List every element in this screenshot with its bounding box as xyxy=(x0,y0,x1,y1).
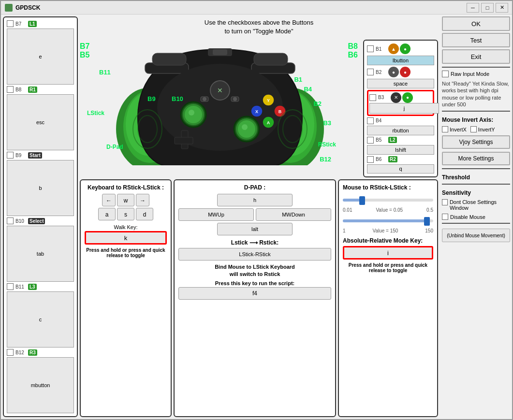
b12-checkbox[interactable] xyxy=(7,349,14,356)
keyboard-panel-title: Keyboard to RStick-LStick : xyxy=(85,184,167,191)
b10-key-input[interactable] xyxy=(7,226,74,282)
invert-y-checkbox[interactable] xyxy=(470,126,477,132)
sensitivity-title: Sensitivity xyxy=(442,189,510,196)
key-w[interactable]: w xyxy=(117,194,134,206)
svg-rect-11 xyxy=(213,49,227,55)
walk-key-section: Walk Key: xyxy=(85,224,167,245)
more-settings-button[interactable]: More Settings xyxy=(442,152,510,165)
b10-row: B10 Select xyxy=(7,217,74,224)
arrow-left-indicator: ← xyxy=(102,194,116,206)
slider1-track xyxy=(343,199,433,202)
b7-key-input[interactable] xyxy=(7,29,74,85)
key-a[interactable]: a xyxy=(98,208,116,220)
key-s[interactable]: s xyxy=(117,208,134,220)
b7-b5-label: B7B5 xyxy=(80,42,89,59)
exit-button[interactable]: Exit xyxy=(442,49,510,64)
abs-rel-key-input[interactable] xyxy=(343,246,433,260)
b6-checkbox[interactable] xyxy=(367,156,374,163)
b10-tag: Select xyxy=(28,218,45,224)
b3-ctrl-label: B3 xyxy=(323,119,331,127)
b6-key-input[interactable] xyxy=(367,164,434,174)
b5-id: B5 xyxy=(376,137,386,143)
b7-id: B7 xyxy=(15,21,26,27)
script-key-input[interactable] xyxy=(178,287,331,300)
maximize-button[interactable]: □ xyxy=(481,3,494,13)
vjoy-button[interactable]: Vjoy Settings xyxy=(442,135,510,149)
keyboard-bottom-note: Press and hold or press and quick releas… xyxy=(85,247,167,258)
b5-checkbox[interactable] xyxy=(367,137,374,144)
disable-mouse-checkbox[interactable] xyxy=(442,214,448,220)
b3-checkbox[interactable] xyxy=(369,94,376,101)
dpad-down-key[interactable] xyxy=(217,223,293,235)
b3-highlighted-box: B3 ✕ ● xyxy=(367,90,434,116)
b8-checkbox[interactable] xyxy=(7,86,14,93)
walk-key-label: Walk Key: xyxy=(85,224,167,230)
svg-text:X: X xyxy=(255,109,258,114)
key-d[interactable]: d xyxy=(136,208,153,220)
dont-close-checkbox[interactable] xyxy=(442,199,448,205)
disable-mouse-row: Disable Mouse xyxy=(442,214,510,220)
b11-ctrl-label: B11 xyxy=(99,69,111,76)
b9-row: B9 Start xyxy=(7,152,74,159)
svg-rect-8 xyxy=(152,53,186,65)
b1-icon1: ▲ xyxy=(388,43,399,54)
b11-key-input[interactable] xyxy=(7,291,74,348)
arrow-right-indicator: → xyxy=(136,194,149,206)
unbind-button[interactable]: (Unbind Mouse Movement) xyxy=(442,229,510,242)
ok-button[interactable]: OK xyxy=(442,16,510,31)
b9-checkbox[interactable] xyxy=(7,152,14,159)
b11-checkbox[interactable] xyxy=(7,283,14,290)
invert-y-item: InvertY xyxy=(470,126,495,132)
slider1-thumb xyxy=(359,196,365,205)
b9-key-input[interactable] xyxy=(7,160,74,216)
b9-ctrl-label: B9 xyxy=(147,95,156,102)
slider2-container xyxy=(343,216,433,227)
invert-x-checkbox[interactable] xyxy=(442,126,448,132)
b3-icons: ✕ ● xyxy=(391,92,413,103)
walk-key-input[interactable] xyxy=(85,231,167,245)
test-button[interactable]: Test xyxy=(442,33,510,47)
dpad-right-key[interactable] xyxy=(256,208,331,221)
b3-icon2: ● xyxy=(402,92,413,103)
minimize-button[interactable]: ─ xyxy=(467,3,479,13)
divider-5 xyxy=(442,223,510,224)
b12-key-input[interactable] xyxy=(7,357,74,413)
dont-close-row: Dont Close Settings Window xyxy=(442,199,510,211)
b1-checkbox[interactable] xyxy=(367,45,374,52)
main-window: GPDSCK ─ □ ✕ B7 L1 B8 R1 xyxy=(0,0,513,420)
b1-icons: ▲ ● xyxy=(388,43,410,54)
mouse-bottom-note: Press and hold or press and quick releas… xyxy=(343,262,433,273)
svg-text:Y: Y xyxy=(267,98,270,103)
main-content: B7 L1 B8 R1 B9 Start B10 Selec xyxy=(1,14,512,419)
controller-row: B7B5 B8B6 xyxy=(80,40,438,177)
dont-close-label: Dont Close Settings Window xyxy=(450,199,510,211)
slider1-min: 0.01 xyxy=(343,207,352,213)
dpad-up-key[interactable] xyxy=(217,194,293,206)
b1-key-input[interactable] xyxy=(367,56,434,65)
lstick-btn[interactable] xyxy=(178,248,331,261)
b3-key-input[interactable] xyxy=(369,103,439,114)
abs-rel-label-row: Absolute-Relative Mode Key: xyxy=(343,237,433,244)
invert-x-label: InvertX xyxy=(450,127,467,132)
b8-key-input[interactable] xyxy=(7,94,74,150)
b5-key-input[interactable] xyxy=(367,145,434,155)
slider2-max: 150 xyxy=(425,228,433,233)
b11-tag: L3 xyxy=(28,284,37,290)
invert-x-item: InvertX xyxy=(442,126,467,132)
b4-checkbox[interactable] xyxy=(367,117,374,124)
b7-checkbox[interactable] xyxy=(7,20,14,27)
dpad-ctrl-label: D-Pad xyxy=(106,144,123,150)
b1-ctrl-label: B1 xyxy=(294,76,302,83)
dpad-title: D-PAD : xyxy=(178,184,331,191)
close-button[interactable]: ✕ xyxy=(496,3,508,13)
b2-key-input[interactable] xyxy=(367,79,434,88)
dpad-down-row xyxy=(217,223,293,235)
divider-4 xyxy=(442,184,510,185)
b2-checkbox[interactable] xyxy=(367,69,374,75)
svg-point-22 xyxy=(189,110,194,116)
b10-checkbox[interactable] xyxy=(7,217,14,224)
raw-input-checkbox[interactable] xyxy=(442,71,449,77)
b4-key-input[interactable] xyxy=(367,126,434,135)
dpad-left-key[interactable] xyxy=(178,208,254,221)
title-bar-controls: ─ □ ✕ xyxy=(467,3,508,13)
